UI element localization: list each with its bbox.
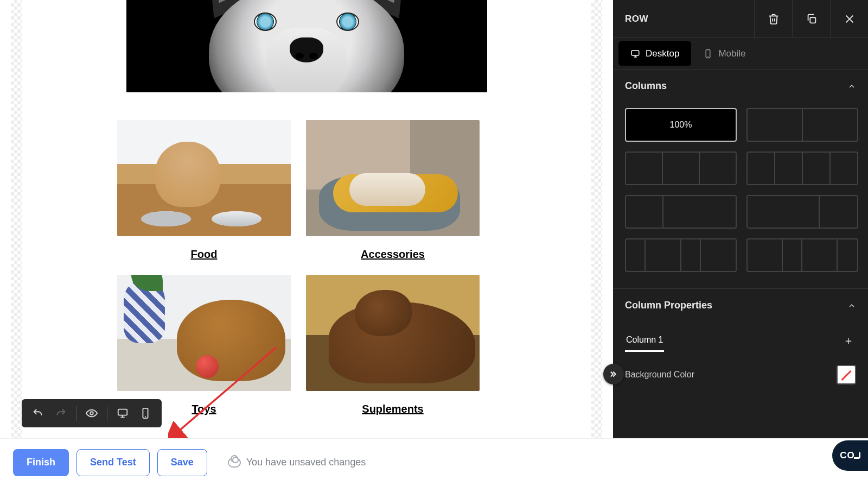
category-label[interactable]: Suplements [306,403,480,415]
send-test-button[interactable]: Send Test [76,449,150,476]
column-option-1[interactable]: 100% [625,108,737,142]
section-title: Column Properties [625,300,712,311]
close-panel-button[interactable] [830,0,868,38]
category-accessories[interactable]: Accessories [306,120,480,261]
toolbar-divider [107,406,107,421]
column-option-2-1[interactable] [746,195,858,229]
collapse-panel-button[interactable] [603,364,624,384]
editor-canvas[interactable]: Food Accessories Toys [0,0,613,438]
section-title: Columns [625,80,667,92]
save-status-text: You have unsaved changes [246,457,366,468]
category-image[interactable] [306,275,480,391]
mobile-preview-button[interactable] [137,405,154,422]
panel-title: ROW [625,14,754,24]
toolbar-divider [76,406,76,421]
undo-button[interactable] [29,405,47,422]
chevron-up-icon [847,301,856,310]
device-tab-label: Desktop [646,48,679,59]
device-tab-label: Mobile [718,48,745,59]
cloud-icon [228,458,241,468]
delete-row-button[interactable] [754,0,792,38]
desktop-preview-button[interactable] [114,405,131,422]
save-button[interactable]: Save [157,449,207,476]
column-option-2-1-2-1[interactable] [746,238,858,272]
footer-action-bar: Finish Send Test Save You have unsaved c… [0,438,868,486]
redo-button[interactable] [52,405,69,422]
add-column-button[interactable]: ＋ [841,333,856,349]
column-option-4[interactable] [746,152,858,185]
svg-rect-10 [631,51,639,55]
finish-button[interactable]: Finish [13,449,69,476]
category-label[interactable]: Food [117,248,291,261]
column-option-1-2[interactable] [625,195,737,229]
canvas-gutter-right [591,0,602,438]
category-image[interactable] [117,275,291,391]
device-tab-mobile[interactable]: Mobile [691,38,757,69]
properties-panel: ROW Desktop Mobile [613,0,868,438]
svg-rect-1 [118,409,127,415]
category-supplements[interactable]: Suplements [306,275,480,415]
chevron-up-icon [847,82,856,91]
column-option-2[interactable] [746,108,858,142]
column-option-1-2-1-2[interactable] [625,238,737,272]
duplicate-row-button[interactable] [792,0,830,38]
column-layout-options: 100% [613,103,868,288]
canvas-toolbar [22,399,162,427]
preview-button[interactable] [83,405,100,422]
property-label: Background Color [625,370,694,380]
svg-point-0 [90,412,93,415]
background-color-swatch[interactable] [837,365,856,384]
category-toys[interactable]: Toys [117,275,291,415]
svg-rect-7 [810,17,815,23]
category-image[interactable] [306,120,480,236]
category-label[interactable]: Accessories [306,248,480,261]
hero-image[interactable] [126,0,487,92]
column-option-3[interactable] [625,152,737,185]
email-frame[interactable]: Food Accessories Toys [22,0,591,438]
category-image[interactable] [117,120,291,236]
canvas-gutter-left [11,0,22,438]
category-food[interactable]: Food [117,120,291,261]
column-properties-toggle[interactable]: Column Properties [613,289,868,322]
co-badge-button[interactable]: CO [832,440,868,471]
device-tab-desktop[interactable]: Desktop [618,41,691,66]
columns-section-toggle[interactable]: Columns [613,70,868,103]
column-tab-1[interactable]: Column 1 [625,330,664,352]
